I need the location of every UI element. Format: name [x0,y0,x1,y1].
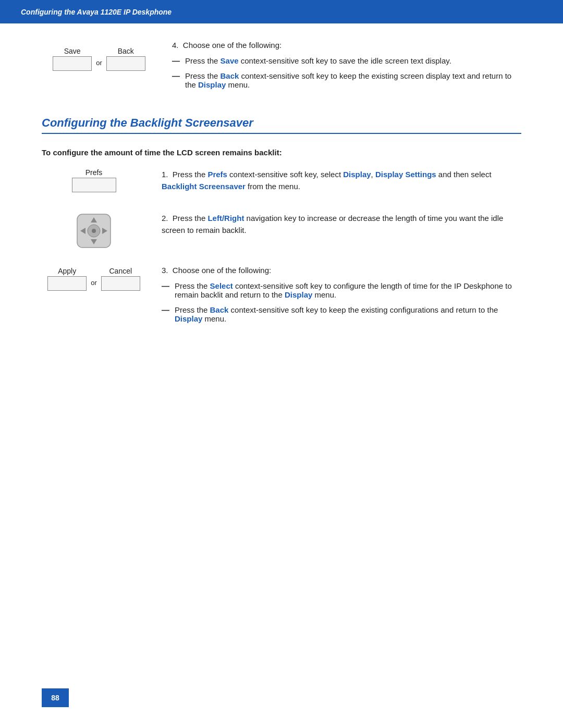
step4-left: Save or Back [42,39,156,71]
cancel-key-item: Cancel [101,267,140,291]
save-key-label: Save [64,47,81,55]
step2-left [42,212,146,250]
back-key-label: Back [118,47,134,55]
svg-point-6 [92,229,96,233]
step3-right: 3. Choose one of the following: — Press … [146,264,521,329]
step3-left: Apply or Cancel [42,264,146,291]
step3-section: Apply or Cancel 3. Choose one of the fol… [42,264,521,329]
step3-intro: 3. Choose one of the following: [162,264,521,276]
step4-bullet2: — Press the Back context-sensitive soft … [172,71,521,89]
step1-left: Prefs [42,168,146,192]
apply-cancel-or: or [91,279,97,287]
cancel-key-label: Cancel [109,267,132,275]
back-key-item: Back [106,47,145,71]
apply-key-label: Apply [58,267,76,275]
step1-section: Prefs 1. Press the Prefs context-sensiti… [42,168,521,198]
prefs-label: Prefs [85,168,103,177]
save-key-item: Save [53,47,92,71]
apply-cancel-key-group: Apply or Cancel [47,267,140,291]
header-bar: Configuring the Avaya 1120E IP Deskphone [0,0,563,23]
apply-key-box [47,276,87,291]
step4-right: 4. Choose one of the following: — Press … [156,39,521,95]
page-footer: 88 [42,688,69,707]
step1-right: 1. Press the Prefs context-sensitive sof… [146,168,521,198]
prefs-key-box [72,178,116,192]
save-back-key-group: Save or Back [53,47,145,71]
header-title: Configuring the Avaya 1120E IP Deskphone [21,8,172,16]
back-key-box [106,56,145,71]
step2-section: 2. Press the Left/Right navigation key t… [42,212,521,250]
step3-bullet2: — Press the Back context-sensitive soft … [162,305,521,323]
section-heading: Configuring the Backlight Screensaver [42,116,521,134]
step4-intro: 4. Choose one of the following: [172,39,521,51]
save-key-box [53,56,92,71]
nav-key-icon [75,212,113,250]
step4-section: Save or Back 4. Choose one of the follow… [42,39,521,95]
apply-key-item: Apply [47,267,87,291]
step2-right: 2. Press the Left/Right navigation key t… [146,212,521,242]
step4-bullet1: — Press the Save context-sensitive soft … [172,56,521,65]
step2-text: 2. Press the Left/Right navigation key t… [162,212,521,237]
save-back-or: or [96,59,102,67]
step3-bullet1: — Press the Select context-sensitive sof… [162,281,521,299]
instruction-heading: To configure the amount of time the LCD … [42,146,521,158]
step1-text: 1. Press the Prefs context-sensitive sof… [162,168,521,193]
main-content: Save or Back 4. Choose one of the follow… [0,39,563,329]
page-number: 88 [42,688,69,707]
page-container: Configuring the Avaya 1120E IP Deskphone… [0,0,563,728]
cancel-key-box [101,276,140,291]
